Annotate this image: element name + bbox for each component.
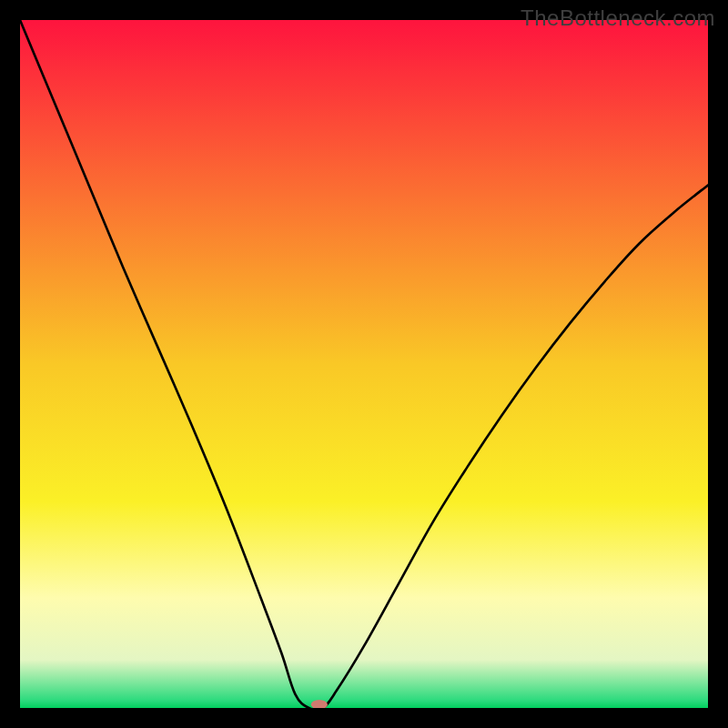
- chart-frame: TheBottleneck.com: [0, 0, 728, 728]
- gradient-background: [20, 20, 708, 708]
- chart-svg: [20, 20, 708, 708]
- plot-area: [20, 20, 708, 708]
- watermark-text: TheBottleneck.com: [521, 5, 715, 31]
